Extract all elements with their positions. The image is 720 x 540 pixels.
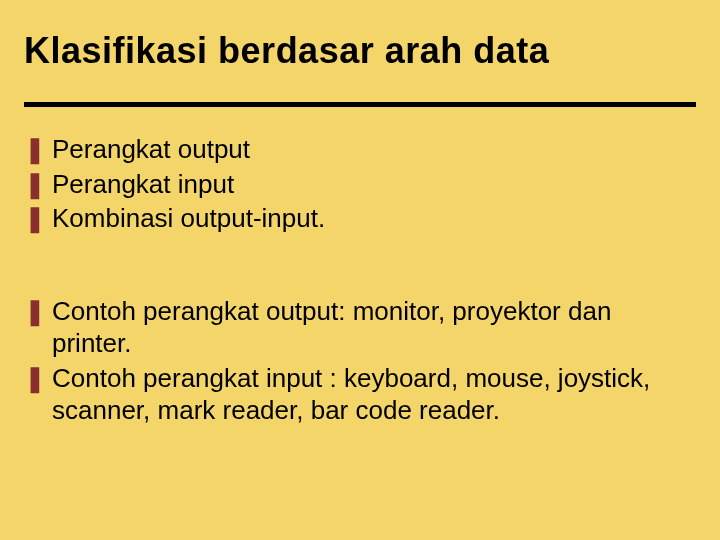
bullet-icon: ❚: [24, 133, 46, 166]
list-item-text: Contoh perangkat output: monitor, proyek…: [52, 295, 696, 360]
slide-title: Klasifikasi berdasar arah data: [24, 30, 696, 82]
bullet-block-1: ❚ Perangkat output ❚ Perangkat input ❚ K…: [24, 133, 696, 235]
title-underline: [24, 102, 696, 107]
list-item-text: Perangkat input: [52, 168, 696, 201]
bullet-icon: ❚: [24, 362, 46, 395]
bullet-icon: ❚: [24, 295, 46, 328]
list-item: ❚ Perangkat output: [24, 133, 696, 166]
bullet-block-2: ❚ Contoh perangkat output: monitor, proy…: [24, 295, 696, 427]
list-item-text: Kombinasi output-input.: [52, 202, 696, 235]
list-item-text: Perangkat output: [52, 133, 696, 166]
bullet-icon: ❚: [24, 168, 46, 201]
list-item: ❚ Contoh perangkat output: monitor, proy…: [24, 295, 696, 360]
list-item: ❚ Kombinasi output-input.: [24, 202, 696, 235]
list-item: ❚ Contoh perangkat input : keyboard, mou…: [24, 362, 696, 427]
list-item-text: Contoh perangkat input : keyboard, mouse…: [52, 362, 696, 427]
bullet-icon: ❚: [24, 202, 46, 235]
list-item: ❚ Perangkat input: [24, 168, 696, 201]
